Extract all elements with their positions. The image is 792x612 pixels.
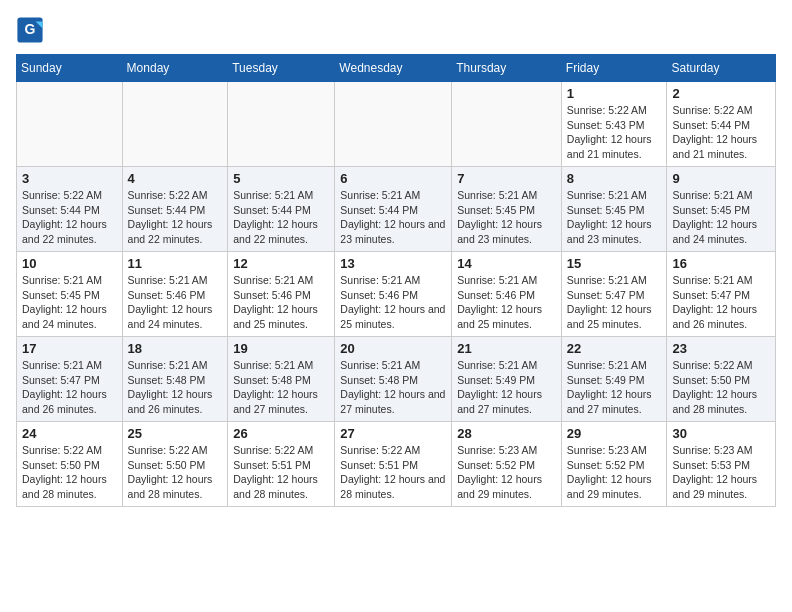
calendar-cell	[122, 82, 228, 167]
week-row-5: 24Sunrise: 5:22 AMSunset: 5:50 PMDayligh…	[17, 422, 776, 507]
weekday-header-thursday: Thursday	[452, 55, 562, 82]
calendar-cell: 28Sunrise: 5:23 AMSunset: 5:52 PMDayligh…	[452, 422, 562, 507]
svg-text:G: G	[25, 21, 36, 37]
logo: G	[16, 16, 48, 44]
day-info: Sunrise: 5:21 AMSunset: 5:45 PMDaylight:…	[22, 273, 117, 332]
calendar-cell	[335, 82, 452, 167]
day-info: Sunrise: 5:21 AMSunset: 5:46 PMDaylight:…	[233, 273, 329, 332]
day-info: Sunrise: 5:21 AMSunset: 5:48 PMDaylight:…	[340, 358, 446, 417]
day-info: Sunrise: 5:22 AMSunset: 5:50 PMDaylight:…	[128, 443, 223, 502]
day-info: Sunrise: 5:23 AMSunset: 5:52 PMDaylight:…	[457, 443, 556, 502]
day-number: 25	[128, 426, 223, 441]
day-info: Sunrise: 5:21 AMSunset: 5:45 PMDaylight:…	[567, 188, 662, 247]
calendar-cell: 21Sunrise: 5:21 AMSunset: 5:49 PMDayligh…	[452, 337, 562, 422]
calendar-cell: 4Sunrise: 5:22 AMSunset: 5:44 PMDaylight…	[122, 167, 228, 252]
day-number: 3	[22, 171, 117, 186]
day-info: Sunrise: 5:21 AMSunset: 5:46 PMDaylight:…	[457, 273, 556, 332]
week-row-2: 3Sunrise: 5:22 AMSunset: 5:44 PMDaylight…	[17, 167, 776, 252]
day-number: 19	[233, 341, 329, 356]
day-info: Sunrise: 5:21 AMSunset: 5:44 PMDaylight:…	[233, 188, 329, 247]
calendar-cell	[452, 82, 562, 167]
day-info: Sunrise: 5:21 AMSunset: 5:49 PMDaylight:…	[457, 358, 556, 417]
day-info: Sunrise: 5:21 AMSunset: 5:46 PMDaylight:…	[340, 273, 446, 332]
calendar-cell: 3Sunrise: 5:22 AMSunset: 5:44 PMDaylight…	[17, 167, 123, 252]
week-row-3: 10Sunrise: 5:21 AMSunset: 5:45 PMDayligh…	[17, 252, 776, 337]
day-number: 24	[22, 426, 117, 441]
day-number: 5	[233, 171, 329, 186]
calendar-cell: 7Sunrise: 5:21 AMSunset: 5:45 PMDaylight…	[452, 167, 562, 252]
day-info: Sunrise: 5:22 AMSunset: 5:50 PMDaylight:…	[672, 358, 770, 417]
weekday-header-saturday: Saturday	[667, 55, 776, 82]
day-info: Sunrise: 5:22 AMSunset: 5:44 PMDaylight:…	[672, 103, 770, 162]
page-header: G	[16, 16, 776, 44]
day-number: 26	[233, 426, 329, 441]
day-number: 22	[567, 341, 662, 356]
day-number: 23	[672, 341, 770, 356]
calendar-cell: 17Sunrise: 5:21 AMSunset: 5:47 PMDayligh…	[17, 337, 123, 422]
calendar-cell: 27Sunrise: 5:22 AMSunset: 5:51 PMDayligh…	[335, 422, 452, 507]
calendar-cell: 25Sunrise: 5:22 AMSunset: 5:50 PMDayligh…	[122, 422, 228, 507]
weekday-header-wednesday: Wednesday	[335, 55, 452, 82]
day-number: 1	[567, 86, 662, 101]
weekday-header-tuesday: Tuesday	[228, 55, 335, 82]
calendar-cell: 30Sunrise: 5:23 AMSunset: 5:53 PMDayligh…	[667, 422, 776, 507]
day-number: 6	[340, 171, 446, 186]
day-info: Sunrise: 5:22 AMSunset: 5:43 PMDaylight:…	[567, 103, 662, 162]
day-info: Sunrise: 5:21 AMSunset: 5:45 PMDaylight:…	[672, 188, 770, 247]
calendar-cell: 12Sunrise: 5:21 AMSunset: 5:46 PMDayligh…	[228, 252, 335, 337]
weekday-header-row: SundayMondayTuesdayWednesdayThursdayFrid…	[17, 55, 776, 82]
day-number: 16	[672, 256, 770, 271]
calendar-cell: 18Sunrise: 5:21 AMSunset: 5:48 PMDayligh…	[122, 337, 228, 422]
calendar-cell: 15Sunrise: 5:21 AMSunset: 5:47 PMDayligh…	[561, 252, 667, 337]
day-number: 28	[457, 426, 556, 441]
day-number: 17	[22, 341, 117, 356]
weekday-header-friday: Friday	[561, 55, 667, 82]
weekday-header-sunday: Sunday	[17, 55, 123, 82]
day-number: 8	[567, 171, 662, 186]
day-info: Sunrise: 5:23 AMSunset: 5:53 PMDaylight:…	[672, 443, 770, 502]
day-number: 21	[457, 341, 556, 356]
day-info: Sunrise: 5:22 AMSunset: 5:50 PMDaylight:…	[22, 443, 117, 502]
day-info: Sunrise: 5:21 AMSunset: 5:46 PMDaylight:…	[128, 273, 223, 332]
calendar-cell: 10Sunrise: 5:21 AMSunset: 5:45 PMDayligh…	[17, 252, 123, 337]
day-info: Sunrise: 5:23 AMSunset: 5:52 PMDaylight:…	[567, 443, 662, 502]
calendar-cell	[17, 82, 123, 167]
day-number: 9	[672, 171, 770, 186]
day-number: 27	[340, 426, 446, 441]
calendar-table: SundayMondayTuesdayWednesdayThursdayFrid…	[16, 54, 776, 507]
day-number: 14	[457, 256, 556, 271]
day-number: 29	[567, 426, 662, 441]
day-number: 15	[567, 256, 662, 271]
day-number: 11	[128, 256, 223, 271]
week-row-4: 17Sunrise: 5:21 AMSunset: 5:47 PMDayligh…	[17, 337, 776, 422]
calendar-cell: 24Sunrise: 5:22 AMSunset: 5:50 PMDayligh…	[17, 422, 123, 507]
logo-icon: G	[16, 16, 44, 44]
day-info: Sunrise: 5:22 AMSunset: 5:51 PMDaylight:…	[233, 443, 329, 502]
weekday-header-monday: Monday	[122, 55, 228, 82]
day-number: 10	[22, 256, 117, 271]
calendar-cell: 5Sunrise: 5:21 AMSunset: 5:44 PMDaylight…	[228, 167, 335, 252]
day-info: Sunrise: 5:22 AMSunset: 5:44 PMDaylight:…	[128, 188, 223, 247]
calendar-cell: 13Sunrise: 5:21 AMSunset: 5:46 PMDayligh…	[335, 252, 452, 337]
calendar-cell: 20Sunrise: 5:21 AMSunset: 5:48 PMDayligh…	[335, 337, 452, 422]
calendar-cell: 26Sunrise: 5:22 AMSunset: 5:51 PMDayligh…	[228, 422, 335, 507]
calendar-cell: 8Sunrise: 5:21 AMSunset: 5:45 PMDaylight…	[561, 167, 667, 252]
calendar-cell: 23Sunrise: 5:22 AMSunset: 5:50 PMDayligh…	[667, 337, 776, 422]
day-number: 18	[128, 341, 223, 356]
calendar-cell: 22Sunrise: 5:21 AMSunset: 5:49 PMDayligh…	[561, 337, 667, 422]
calendar-cell: 14Sunrise: 5:21 AMSunset: 5:46 PMDayligh…	[452, 252, 562, 337]
calendar-cell: 29Sunrise: 5:23 AMSunset: 5:52 PMDayligh…	[561, 422, 667, 507]
day-info: Sunrise: 5:22 AMSunset: 5:51 PMDaylight:…	[340, 443, 446, 502]
calendar-cell: 19Sunrise: 5:21 AMSunset: 5:48 PMDayligh…	[228, 337, 335, 422]
day-number: 20	[340, 341, 446, 356]
calendar-cell	[228, 82, 335, 167]
day-number: 4	[128, 171, 223, 186]
day-info: Sunrise: 5:21 AMSunset: 5:49 PMDaylight:…	[567, 358, 662, 417]
day-number: 30	[672, 426, 770, 441]
calendar-cell: 1Sunrise: 5:22 AMSunset: 5:43 PMDaylight…	[561, 82, 667, 167]
day-info: Sunrise: 5:21 AMSunset: 5:45 PMDaylight:…	[457, 188, 556, 247]
day-number: 7	[457, 171, 556, 186]
day-info: Sunrise: 5:21 AMSunset: 5:48 PMDaylight:…	[128, 358, 223, 417]
day-number: 2	[672, 86, 770, 101]
day-number: 12	[233, 256, 329, 271]
